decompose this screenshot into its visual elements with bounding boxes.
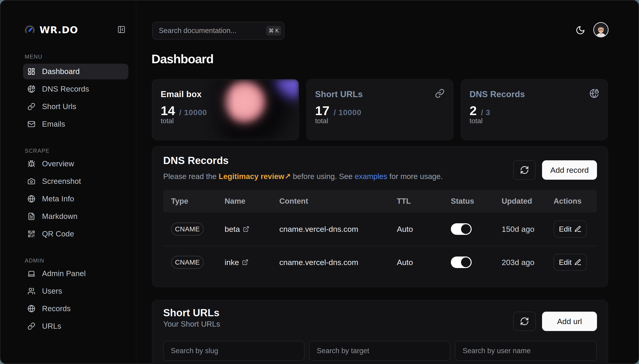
short-urls-title: Short URLs bbox=[163, 307, 219, 318]
refresh-icon bbox=[520, 317, 529, 326]
legitimacy-review-link[interactable]: Legitimacy review↗ bbox=[219, 172, 291, 180]
sidebar-item-markdown[interactable]: Markdown bbox=[23, 208, 128, 224]
bug-icon bbox=[28, 160, 35, 168]
page-title: Dashboard bbox=[151, 52, 213, 66]
refresh-icon bbox=[520, 166, 529, 174]
link-icon bbox=[28, 103, 35, 110]
edit-record-button[interactable]: Edit bbox=[554, 220, 587, 238]
search-placeholder: Search documentation... bbox=[159, 26, 266, 35]
users-icon bbox=[28, 287, 35, 295]
globe-lock-icon bbox=[589, 88, 599, 98]
dns-records-limit: / 3 bbox=[481, 108, 490, 117]
dns-table-header: Type Name Content TTL Status Updated Act… bbox=[163, 190, 597, 212]
globe-icon bbox=[28, 305, 35, 312]
app-window: WR.DO MENU Dashboard DNS Records Short U… bbox=[0, 0, 639, 364]
qr-code-icon bbox=[28, 230, 35, 238]
sidebar-item-emails[interactable]: Emails bbox=[23, 116, 128, 132]
stat-card-dns-records: DNS Records 2 / 3 total bbox=[461, 79, 608, 140]
dns-refresh-button[interactable] bbox=[513, 160, 536, 180]
short-urls-panel: Short URLs Your Short URLs Add url Searc… bbox=[152, 300, 608, 364]
sidebar-item-users[interactable]: Users bbox=[23, 283, 128, 299]
sidebar-item-meta-info[interactable]: Meta Info bbox=[23, 191, 128, 207]
sidebar-item-records[interactable]: Records bbox=[23, 301, 128, 316]
dns-panel-subtitle: Please read the Legitimacy review↗ befor… bbox=[163, 172, 443, 181]
sidebar-section-admin: ADMIN bbox=[25, 258, 44, 264]
edit-record-button[interactable]: Edit bbox=[554, 254, 587, 271]
status-toggle[interactable] bbox=[451, 223, 472, 235]
short-urls-count: 17 bbox=[315, 104, 330, 117]
email-box-count: 14 bbox=[161, 104, 175, 117]
sidebar-item-urls[interactable]: URLs bbox=[23, 318, 128, 334]
panel-left-close-icon[interactable] bbox=[117, 25, 126, 34]
sidebar-section-scrape: SCRAPE bbox=[25, 148, 50, 154]
record-type-badge: CNAME bbox=[171, 222, 204, 236]
sidebar-item-dashboard[interactable]: Dashboard bbox=[23, 64, 128, 79]
examples-link[interactable]: examples bbox=[355, 172, 387, 180]
laptop-icon bbox=[28, 270, 35, 278]
sidebar-item-admin-panel[interactable]: Admin Panel bbox=[23, 266, 128, 282]
dns-panel-title: DNS Records bbox=[163, 155, 228, 166]
sidebar-section-menu: MENU bbox=[25, 54, 43, 60]
avatar[interactable] bbox=[593, 22, 608, 37]
stat-card-short-urls: Short URLs 17 / 10000 total bbox=[306, 79, 453, 140]
dns-records-panel: DNS Records Please read the Legitimacy r… bbox=[152, 146, 608, 287]
email-box-limit: / 10000 bbox=[179, 108, 207, 117]
sidebar-item-screenshot[interactable]: Screenshot bbox=[23, 174, 128, 189]
sidebar: WR.DO MENU Dashboard DNS Records Short U… bbox=[0, 0, 136, 364]
logo[interactable]: WR.DO bbox=[24, 24, 78, 36]
camera-icon bbox=[28, 178, 35, 185]
sidebar-item-short-urls[interactable]: Short Urls bbox=[23, 99, 128, 114]
dns-records-count: 2 bbox=[470, 104, 477, 117]
globe-icon bbox=[28, 195, 35, 203]
external-link-icon[interactable] bbox=[242, 259, 248, 266]
logo-text: WR.DO bbox=[40, 24, 78, 36]
link-icon bbox=[435, 88, 445, 98]
search-input[interactable]: Search documentation... ⌘ K bbox=[152, 22, 284, 40]
sidebar-item-qr-code[interactable]: QR Code bbox=[23, 226, 128, 242]
dns-table-row-beta: CNAME beta cname.vercel-dns.com Auto 150… bbox=[163, 212, 597, 246]
record-type-badge: CNAME bbox=[171, 256, 204, 269]
globe-lock-icon bbox=[28, 85, 35, 93]
pen-icon bbox=[574, 225, 581, 233]
link-icon bbox=[28, 322, 35, 330]
file-text-icon bbox=[28, 212, 35, 220]
search-shortcut-kbd: ⌘ K bbox=[266, 26, 281, 36]
add-url-button[interactable]: Add url bbox=[542, 312, 597, 331]
search-by-target-input[interactable]: Search by target bbox=[309, 341, 450, 361]
mail-icon bbox=[28, 120, 35, 128]
sidebar-item-overview[interactable]: Overview bbox=[23, 156, 128, 172]
sidebar-item-dns-records[interactable]: DNS Records bbox=[23, 81, 128, 97]
short-urls-subtitle: Your Short URLs bbox=[163, 320, 220, 328]
add-record-button[interactable]: Add record bbox=[542, 160, 597, 180]
status-toggle[interactable] bbox=[451, 256, 472, 268]
moon-icon[interactable] bbox=[575, 25, 585, 35]
stat-card-email-box: Email box 14 / 10000 total bbox=[152, 79, 299, 140]
dns-table-row-inke: CNAME inke cname.vercel-dns.com Auto 203… bbox=[163, 246, 597, 279]
short-urls-limit: / 10000 bbox=[334, 108, 361, 117]
short-urls-refresh-button[interactable] bbox=[513, 312, 536, 331]
pen-icon bbox=[574, 258, 581, 266]
gauge-icon bbox=[24, 24, 36, 36]
external-link-icon[interactable] bbox=[243, 226, 249, 232]
layout-dashboard-icon bbox=[28, 68, 35, 76]
search-by-slug-input[interactable]: Search by slug bbox=[163, 341, 304, 361]
search-by-user-name-input[interactable]: Search by user name bbox=[455, 341, 597, 361]
